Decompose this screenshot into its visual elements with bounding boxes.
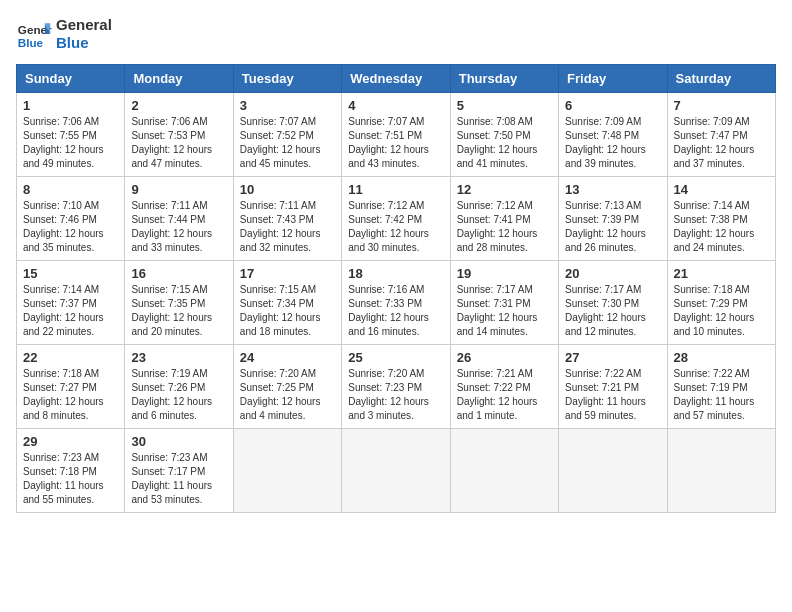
calendar-header: SundayMondayTuesdayWednesdayThursdayFrid… [17,65,776,93]
sunrise-text: Sunrise: 7:13 AM [565,199,660,213]
sunset-text: Sunset: 7:29 PM [674,297,769,311]
sunset-text: Sunset: 7:31 PM [457,297,552,311]
daylight-text: Daylight: 12 hours and 24 minutes. [674,227,769,255]
calendar-day-empty [233,429,341,513]
sunset-text: Sunset: 7:55 PM [23,129,118,143]
page-header: General Blue General Blue [16,16,776,52]
sunrise-text: Sunrise: 7:08 AM [457,115,552,129]
daylight-text: Daylight: 11 hours and 55 minutes. [23,479,118,507]
day-number: 30 [131,434,226,449]
calendar-week-4: 22 Sunrise: 7:18 AM Sunset: 7:27 PM Dayl… [17,345,776,429]
day-number: 11 [348,182,443,197]
day-number: 6 [565,98,660,113]
calendar-day-6: 6 Sunrise: 7:09 AM Sunset: 7:48 PM Dayli… [559,93,667,177]
calendar-day-1: 1 Sunrise: 7:06 AM Sunset: 7:55 PM Dayli… [17,93,125,177]
sunset-text: Sunset: 7:52 PM [240,129,335,143]
calendar-day-11: 11 Sunrise: 7:12 AM Sunset: 7:42 PM Dayl… [342,177,450,261]
day-number: 2 [131,98,226,113]
svg-text:Blue: Blue [18,36,44,49]
day-number: 21 [674,266,769,281]
sunrise-text: Sunrise: 7:12 AM [457,199,552,213]
calendar-day-22: 22 Sunrise: 7:18 AM Sunset: 7:27 PM Dayl… [17,345,125,429]
day-header-friday: Friday [559,65,667,93]
day-info: Sunrise: 7:17 AM Sunset: 7:31 PM Dayligh… [457,283,552,339]
calendar-day-8: 8 Sunrise: 7:10 AM Sunset: 7:46 PM Dayli… [17,177,125,261]
calendar-day-empty [342,429,450,513]
daylight-text: Daylight: 12 hours and 41 minutes. [457,143,552,171]
day-number: 16 [131,266,226,281]
daylight-text: Daylight: 12 hours and 28 minutes. [457,227,552,255]
day-info: Sunrise: 7:09 AM Sunset: 7:47 PM Dayligh… [674,115,769,171]
sunset-text: Sunset: 7:35 PM [131,297,226,311]
sunrise-text: Sunrise: 7:07 AM [348,115,443,129]
calendar-table: SundayMondayTuesdayWednesdayThursdayFrid… [16,64,776,513]
sunrise-text: Sunrise: 7:22 AM [674,367,769,381]
daylight-text: Daylight: 12 hours and 1 minute. [457,395,552,423]
sunset-text: Sunset: 7:22 PM [457,381,552,395]
sunset-text: Sunset: 7:21 PM [565,381,660,395]
sunrise-text: Sunrise: 7:06 AM [131,115,226,129]
day-info: Sunrise: 7:21 AM Sunset: 7:22 PM Dayligh… [457,367,552,423]
daylight-text: Daylight: 12 hours and 32 minutes. [240,227,335,255]
day-info: Sunrise: 7:08 AM Sunset: 7:50 PM Dayligh… [457,115,552,171]
calendar-day-26: 26 Sunrise: 7:21 AM Sunset: 7:22 PM Dayl… [450,345,558,429]
day-info: Sunrise: 7:22 AM Sunset: 7:19 PM Dayligh… [674,367,769,423]
day-number: 10 [240,182,335,197]
calendar-day-empty [667,429,775,513]
sunrise-text: Sunrise: 7:15 AM [131,283,226,297]
sunset-text: Sunset: 7:44 PM [131,213,226,227]
day-number: 12 [457,182,552,197]
day-number: 14 [674,182,769,197]
day-number: 8 [23,182,118,197]
day-number: 13 [565,182,660,197]
calendar-day-24: 24 Sunrise: 7:20 AM Sunset: 7:25 PM Dayl… [233,345,341,429]
daylight-text: Daylight: 12 hours and 8 minutes. [23,395,118,423]
sunrise-text: Sunrise: 7:11 AM [131,199,226,213]
sunrise-text: Sunrise: 7:19 AM [131,367,226,381]
day-info: Sunrise: 7:20 AM Sunset: 7:25 PM Dayligh… [240,367,335,423]
daylight-text: Daylight: 12 hours and 6 minutes. [131,395,226,423]
day-info: Sunrise: 7:11 AM Sunset: 7:44 PM Dayligh… [131,199,226,255]
day-info: Sunrise: 7:23 AM Sunset: 7:18 PM Dayligh… [23,451,118,507]
day-info: Sunrise: 7:16 AM Sunset: 7:33 PM Dayligh… [348,283,443,339]
sunset-text: Sunset: 7:53 PM [131,129,226,143]
day-number: 5 [457,98,552,113]
day-header-sunday: Sunday [17,65,125,93]
day-info: Sunrise: 7:15 AM Sunset: 7:34 PM Dayligh… [240,283,335,339]
daylight-text: Daylight: 12 hours and 10 minutes. [674,311,769,339]
sunrise-text: Sunrise: 7:11 AM [240,199,335,213]
calendar-day-9: 9 Sunrise: 7:11 AM Sunset: 7:44 PM Dayli… [125,177,233,261]
sunrise-text: Sunrise: 7:15 AM [240,283,335,297]
day-header-wednesday: Wednesday [342,65,450,93]
calendar-day-23: 23 Sunrise: 7:19 AM Sunset: 7:26 PM Dayl… [125,345,233,429]
sunset-text: Sunset: 7:50 PM [457,129,552,143]
day-header-row: SundayMondayTuesdayWednesdayThursdayFrid… [17,65,776,93]
sunset-text: Sunset: 7:38 PM [674,213,769,227]
day-info: Sunrise: 7:07 AM Sunset: 7:52 PM Dayligh… [240,115,335,171]
sunrise-text: Sunrise: 7:20 AM [348,367,443,381]
day-info: Sunrise: 7:15 AM Sunset: 7:35 PM Dayligh… [131,283,226,339]
sunrise-text: Sunrise: 7:18 AM [674,283,769,297]
sunset-text: Sunset: 7:17 PM [131,465,226,479]
day-number: 4 [348,98,443,113]
calendar-day-29: 29 Sunrise: 7:23 AM Sunset: 7:18 PM Dayl… [17,429,125,513]
sunrise-text: Sunrise: 7:22 AM [565,367,660,381]
day-number: 1 [23,98,118,113]
calendar-week-3: 15 Sunrise: 7:14 AM Sunset: 7:37 PM Dayl… [17,261,776,345]
daylight-text: Daylight: 12 hours and 14 minutes. [457,311,552,339]
sunset-text: Sunset: 7:34 PM [240,297,335,311]
logo-text-general: General [56,16,112,34]
daylight-text: Daylight: 11 hours and 59 minutes. [565,395,660,423]
daylight-text: Daylight: 12 hours and 20 minutes. [131,311,226,339]
daylight-text: Daylight: 12 hours and 33 minutes. [131,227,226,255]
day-info: Sunrise: 7:09 AM Sunset: 7:48 PM Dayligh… [565,115,660,171]
daylight-text: Daylight: 11 hours and 57 minutes. [674,395,769,423]
daylight-text: Daylight: 12 hours and 49 minutes. [23,143,118,171]
day-header-saturday: Saturday [667,65,775,93]
day-info: Sunrise: 7:22 AM Sunset: 7:21 PM Dayligh… [565,367,660,423]
sunset-text: Sunset: 7:25 PM [240,381,335,395]
daylight-text: Daylight: 12 hours and 22 minutes. [23,311,118,339]
day-info: Sunrise: 7:18 AM Sunset: 7:29 PM Dayligh… [674,283,769,339]
daylight-text: Daylight: 11 hours and 53 minutes. [131,479,226,507]
sunrise-text: Sunrise: 7:09 AM [565,115,660,129]
